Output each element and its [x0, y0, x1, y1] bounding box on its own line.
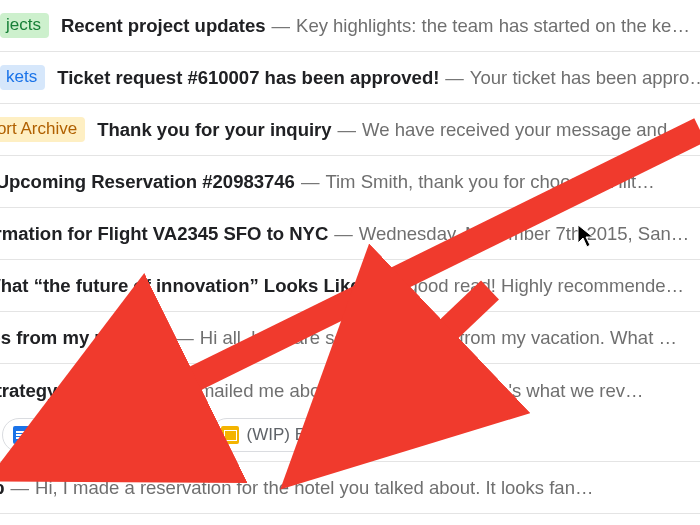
- email-row[interactable]: jects Recent project updates — Key highl…: [0, 0, 700, 52]
- email-row[interactable]: pport Archive Thank you for your inquiry…: [0, 104, 700, 156]
- email-subject: : What “the future of innovation” Looks …: [0, 275, 361, 297]
- docs-icon: [13, 426, 31, 444]
- category-label[interactable]: kets: [0, 65, 45, 90]
- email-snippet: We have received your message and …: [362, 119, 691, 141]
- email-subject: otos from my road trip: [0, 327, 169, 349]
- separator: —: [129, 380, 160, 402]
- email-snippet: He emailed me about his latest work. Her…: [160, 380, 644, 402]
- email-subject: Recent project updates: [61, 15, 266, 37]
- email-row[interactable]: t Strategy classes — He emailed me about…: [0, 364, 700, 462]
- attachment-name: (WIP) Enterprise…: [247, 425, 390, 445]
- email-snippet: Hi all, here are some highlights from my…: [200, 327, 677, 349]
- separator: —: [5, 477, 36, 499]
- separator: —: [332, 119, 363, 141]
- email-snippet: Wednesday, November 7th 2015, San…: [359, 223, 689, 245]
- email-row[interactable]: : What “the future of innovation” Looks …: [0, 260, 700, 312]
- email-rows: jects Recent project updates — Key highl…: [0, 0, 700, 514]
- email-snippet: A good read! Highly recommende…: [391, 275, 684, 297]
- attachment-chips: Enterprise UX Sp... (WIP) Enterprise…: [0, 418, 690, 452]
- separator: —: [361, 275, 392, 297]
- email-row[interactable]: siness trip — Hi, I made a reservation f…: [0, 462, 700, 514]
- attachment-name: Enterprise UX Sp...: [39, 425, 185, 445]
- email-snippet: Key highlights: the team has started on …: [296, 15, 690, 37]
- attachment-chip[interactable]: Enterprise UX Sp...: [2, 418, 200, 452]
- email-subject: t Strategy classes: [0, 380, 129, 402]
- email-row[interactable]: nfirmation for Flight VA2345 SFO to NYC …: [0, 208, 700, 260]
- email-subject: nfirmation for Flight VA2345 SFO to NYC: [0, 223, 328, 245]
- separator: —: [169, 327, 200, 349]
- category-label[interactable]: jects: [0, 13, 49, 38]
- email-list-viewport: jects Recent project updates — Key highl…: [0, 0, 700, 525]
- email-snippet: Tim Smith, thank you for choosing Hilt…: [325, 171, 654, 193]
- email-snippet: Your ticket has been appro…: [470, 67, 700, 89]
- separator: —: [439, 67, 470, 89]
- email-row[interactable]: kets Ticket request #610007 has been app…: [0, 52, 700, 104]
- email-snippet: Hi, I made a reservation for the hotel y…: [35, 477, 593, 499]
- email-row[interactable]: ur Upcoming Reservation #20983746 — Tim …: [0, 156, 700, 208]
- attachment-chip[interactable]: (WIP) Enterprise…: [210, 418, 405, 452]
- email-row[interactable]: otos from my road trip — Hi all, here ar…: [0, 312, 700, 364]
- separator: —: [295, 171, 326, 193]
- email-subject: Thank you for your inquiry: [97, 119, 331, 141]
- email-subject: ur Upcoming Reservation #20983746: [0, 171, 295, 193]
- category-label[interactable]: pport Archive: [0, 117, 85, 142]
- email-subject: Ticket request #610007 has been approved…: [57, 67, 439, 89]
- separator: —: [266, 15, 297, 37]
- separator: —: [328, 223, 359, 245]
- slides-icon: [221, 426, 239, 444]
